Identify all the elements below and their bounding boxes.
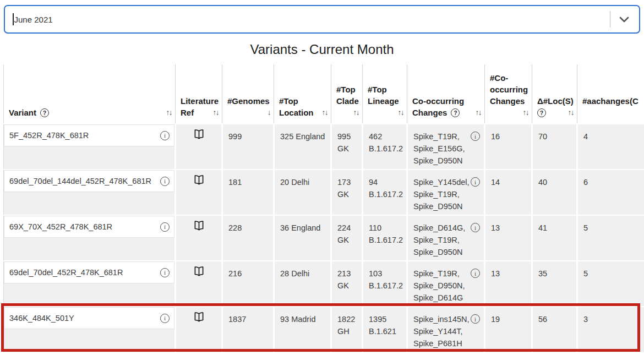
variant-box: 69del_70del_144del_452R_478K_681R i [4,170,174,192]
literature-ref-cell [176,124,222,170]
top-lineage-cell: 1395 B.1.621 [363,307,407,352]
delta-loc-cell: 35 [532,261,577,307]
book-icon[interactable] [193,128,205,141]
variants-table: Variant ? ↑↓ Literature Ref ↑↓ #Genomes [3,64,644,355]
variant-cell: 69del_70del_452R_478K_681R i [4,261,176,307]
info-icon[interactable]: i [160,131,170,140]
info-icon[interactable]: i [471,223,480,232]
variant-cell: 69X_70X_452R_478K_681R i [4,215,176,261]
top-location-cell: 325 England [274,124,331,170]
book-icon[interactable] [193,265,205,278]
variant-box: 69X_70X_452R_478K_681R i [4,216,174,238]
cooccurring-count-cell: 16 [485,124,532,170]
variant-name: 69del_70del_144del_452R_478K_681R [9,175,151,187]
sort-icon[interactable]: ↑↓ [398,107,404,119]
variant-name: 69X_70X_452R_478K_681R [9,221,112,233]
info-icon[interactable]: i [471,314,480,324]
sort-icon[interactable]: ↑↓ [213,107,219,119]
header-delta-loc-label: Δ#Loc(S) [537,95,574,107]
aachanges-cell: 5 [577,215,644,261]
header-variant-label: Variant [9,107,36,119]
info-icon[interactable]: i [471,177,480,187]
top-location-cell: 28 Delhi [274,261,331,307]
header-top-clade[interactable]: #Top Clade ↑↓ [331,64,363,124]
sort-desc-icon[interactable]: ↓ [268,107,270,119]
variant-name: 69del_70del_452R_478K_681R [9,266,123,278]
cooccurring-changes-cell: Spike_Y145del, Spike_T19R, Spike_D950N i [407,170,485,215]
top-location-cell: 36 England [274,215,331,261]
aachanges-cell: 6 [577,170,644,215]
header-cooccurring-count-label: #Co-occurring Changes [490,72,528,107]
sort-icon[interactable]: ↑↓ [568,107,574,119]
delta-loc-cell: 56 [532,307,577,352]
sort-icon[interactable]: ↑↓ [166,107,172,119]
table-row: 69del_70del_452R_478K_681R i 216 28 Delh… [4,261,644,307]
header-literature-ref[interactable]: Literature Ref ↑↓ [176,64,222,124]
top-clade-cell: 995 GK [331,124,363,170]
top-lineage-cell: 94 B.1.617.2 [363,170,407,215]
variant-cell: 69del_70del_144del_452R_478K_681R i [4,170,176,215]
sort-icon[interactable]: ↑↓ [322,107,328,119]
top-lineage-cell: 110 B.1.617.2 [363,215,407,261]
sort-icon[interactable]: ↑↓ [353,107,359,119]
header-genomes[interactable]: #Genomes ↓ [222,64,274,124]
month-selector-value[interactable]: June 2021 [14,15,53,24]
variant-name: 5F_452R_478K_681R [9,129,89,141]
page-title: Variants - Current Month [0,42,644,57]
genomes-cell: 216 [222,261,274,307]
month-selector[interactable]: June 2021 [4,5,640,34]
header-top-lineage[interactable]: #Top Lineage ↑↓ [363,64,407,124]
book-icon[interactable] [193,311,205,324]
delta-loc-cell: 70 [532,124,577,170]
header-literature-label: Literature [181,95,219,107]
cooccurring-count-cell: 13 [485,261,532,307]
info-icon[interactable]: i [471,269,480,278]
header-top-clade-label: #Top Clade [336,84,359,107]
book-icon[interactable] [193,174,205,187]
header-top-location-label: #Top [279,95,328,107]
header-cooccurring-changes[interactable]: Co-occurring Changes ? ↑↓ [407,64,485,124]
cooccurring-count-cell: 14 [485,170,532,215]
header-ref-label: Ref [181,107,194,119]
genomes-cell: 1837 [222,307,274,352]
top-lineage-cell: 103 B.1.617.2 [363,261,407,307]
top-clade-cell: 213 GK [331,261,363,307]
help-icon[interactable]: ? [537,108,546,117]
sort-icon[interactable]: ↑↓ [476,107,482,119]
top-lineage-cell: 462 B.1.617.2 [363,124,407,170]
aachanges-cell: 4 [577,124,644,170]
cooccurring-changes-cell: Spike_T19R, Spike_E156G, Spike_D950N i [407,124,485,170]
variant-cell: 5F_452R_478K_681R i [4,124,176,170]
header-variant[interactable]: Variant ? ↑↓ [4,64,176,124]
info-icon[interactable]: i [160,177,170,186]
info-icon[interactable]: i [160,222,170,232]
delta-loc-cell: 40 [532,170,577,215]
table-row: 5F_452R_478K_681R i 999 325 England 995 … [4,124,644,170]
table-row: 346K_484K_501Y i 1837 93 Madrid 1822 GH … [4,307,644,352]
aachanges-cell: 5 [577,261,644,307]
variant-cell: 346K_484K_501Y i [4,307,176,352]
help-icon[interactable]: ? [451,108,460,117]
variant-box: 69del_70del_452R_478K_681R i [4,261,174,283]
chevron-down-icon[interactable] [619,17,631,23]
header-aachanges[interactable]: #aachanges(C [577,64,644,124]
aachanges-cell: 3 [577,307,644,352]
cooccurring-changes-cell: Spike_ins145N, Spike_Y144T, Spike_P681H … [407,307,485,352]
info-icon[interactable]: i [160,314,170,323]
literature-ref-cell [176,261,222,307]
top-location-cell: 93 Madrid [274,307,331,352]
top-location-cell: 20 Delhi [274,170,331,215]
header-aachanges-label: #aachanges(C [582,95,644,107]
header-cooccurring-count[interactable]: #Co-occurring Changes ↑↓ [485,64,532,124]
literature-ref-cell [176,215,222,261]
header-delta-loc[interactable]: Δ#Loc(S) ? ↑↓ [532,64,577,124]
info-icon[interactable]: i [471,132,480,141]
header-changes-label: Changes [412,107,447,119]
book-icon[interactable] [193,220,205,232]
header-location-label: Location [279,107,314,119]
sort-icon[interactable]: ↑↓ [523,107,529,119]
help-icon[interactable]: ? [40,108,49,117]
info-icon[interactable]: i [160,268,170,277]
header-cooccurring-label: Co-occurring [412,95,481,107]
header-top-location[interactable]: #Top Location ↑↓ [274,64,331,124]
